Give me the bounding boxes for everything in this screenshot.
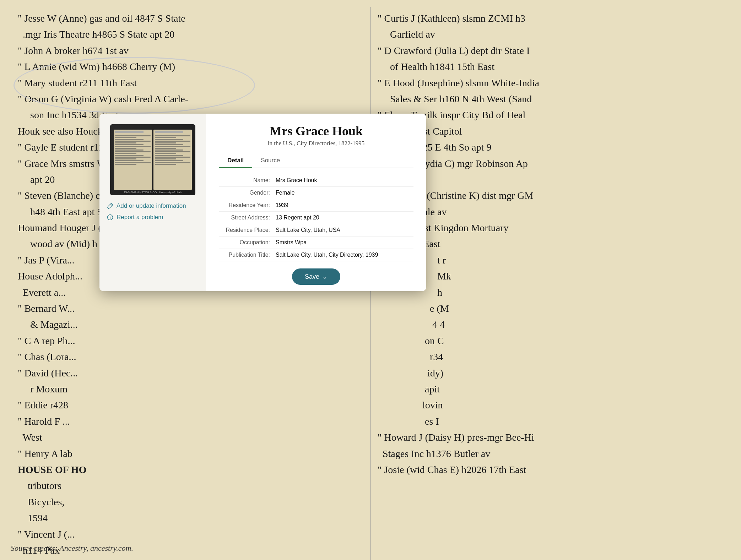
book-line xyxy=(155,164,176,165)
np-line: " Elmer T milk inspr City Bd of Heal xyxy=(378,107,723,123)
np-line: t r xyxy=(378,252,723,268)
record-thumbnail[interactable]: EASISMAN HATCH & CO. University of Utah xyxy=(110,124,195,195)
field-value-name: Mrs Grace Houk xyxy=(276,177,317,184)
book-right-page xyxy=(153,130,192,190)
np-line: apit xyxy=(378,381,723,397)
book-line xyxy=(115,164,136,165)
np-line: " Jesse W (Anne) gas and oil 4847 S Stat… xyxy=(18,11,363,26)
np-line: of Health h1841 15th East xyxy=(378,59,723,74)
save-button-container: Save ⌄ xyxy=(219,268,413,285)
np-line: Stages Inc h1376 Butler av xyxy=(378,446,723,461)
modal-left-panel: EASISMAN HATCH & CO. University of Utah … xyxy=(99,114,206,291)
np-line: " J Kenneth (Christine K) dist mgr GM xyxy=(378,188,723,203)
field-occupation: Occupation: Smstrs Wpa xyxy=(219,236,413,249)
modal-actions: Add or update information Report a probl… xyxy=(107,202,199,221)
book-header xyxy=(115,131,144,133)
book-line xyxy=(115,135,151,136)
modal-title: Mrs Grace Houk xyxy=(219,124,413,138)
book-pages xyxy=(114,130,192,190)
book-line xyxy=(115,149,144,151)
np-line: " D Crawford (Julia L) dept dir State I xyxy=(378,43,723,58)
np-line: " Howard J (Daisy H) pres-mgr Bee-Hi xyxy=(378,430,723,445)
book-left-page xyxy=(114,130,152,190)
field-value-residence-place: Salt Lake City, Utah, USA xyxy=(276,227,340,233)
book-line xyxy=(115,144,144,145)
book-line xyxy=(115,139,144,140)
book-line xyxy=(115,137,136,138)
np-line: on C xyxy=(378,333,723,348)
book-line xyxy=(155,148,176,149)
np-line: h xyxy=(378,285,723,300)
np-line: Garfield av xyxy=(378,27,723,42)
field-label-occupation: Occupation: xyxy=(219,239,276,246)
np-line: " E Hood (Josephine) slsmn White-India xyxy=(378,75,723,91)
book-line xyxy=(155,144,183,145)
np-line: idy) xyxy=(378,365,723,381)
np-line: " Josie (wid Chas E) h2026 17th East xyxy=(378,462,723,477)
np-line: Sales & Ser h160 N 4th West (Sand xyxy=(378,91,723,107)
thumbnail-label: EASISMAN HATCH & CO. University of Utah xyxy=(124,191,182,194)
np-line: 1594 xyxy=(18,510,363,526)
np-line: " David (Hec... xyxy=(18,365,363,381)
field-value-residence-year: 1939 xyxy=(276,202,288,208)
source-credits: Source credits: Ancestry, ancestry.com. xyxy=(11,544,133,553)
np-line: r255 2d East xyxy=(378,236,723,251)
field-value-gender: Female xyxy=(276,190,294,196)
np-line: HOUSE OF HO xyxy=(18,462,363,477)
report-problem-label: Report a problem xyxy=(117,214,163,221)
modal-right-panel: Mrs Grace Houk in the U.S., City Directo… xyxy=(206,114,426,291)
np-line: & Magazi... xyxy=(18,317,363,332)
field-publication-title: Publication Title: Salt Lake City, Utah,… xyxy=(219,249,413,261)
np-line: " Eddie r428 xyxy=(18,397,363,413)
field-gender: Gender: Female xyxy=(219,187,413,199)
np-line: " C A rep Ph... xyxy=(18,333,363,348)
np-line: " Orson G (Virginia W) cash Fred A Carle… xyxy=(18,91,363,107)
np-line: lovin xyxy=(378,397,723,413)
tab-detail[interactable]: Detail xyxy=(219,154,252,168)
tab-source[interactable]: Source xyxy=(252,154,288,168)
np-line: es I xyxy=(378,414,723,429)
field-street-address: Street Address: 13 Regent apt 20 xyxy=(219,212,413,224)
book-line xyxy=(115,155,144,156)
book-line xyxy=(115,141,151,142)
thumbnail-image xyxy=(110,124,195,195)
add-update-link[interactable]: Add or update information xyxy=(107,202,199,210)
book-line xyxy=(155,135,190,136)
np-line: " L Annie (wid Wm) h4668 Cherry (M) xyxy=(18,59,363,74)
np-line: " Curtis J (Kathleen) slsmn ZCMI h3 xyxy=(378,11,723,26)
book-line xyxy=(155,162,190,163)
np-line: tributors xyxy=(18,478,363,493)
np-line: e (M xyxy=(378,301,723,316)
np-line: " Henry A lab xyxy=(18,446,363,461)
np-line: r Moxum xyxy=(18,381,363,397)
pencil-icon xyxy=(107,202,114,210)
np-line: " Vincent J (... xyxy=(18,527,363,542)
report-problem-link[interactable]: Report a problem xyxy=(107,214,199,221)
field-label-name: Name: xyxy=(219,177,276,184)
field-value-publication-title: Salt Lake City, Utah, City Directory, 19… xyxy=(276,252,378,258)
np-line: h268 C xyxy=(378,172,723,187)
np-line: " John A broker h674 1st av xyxy=(18,43,363,58)
np-line: " Mary student r211 11th East xyxy=(18,75,363,91)
np-line: " Bernard W... xyxy=(18,301,363,316)
np-line: " Fred M (Lydia C) mgr Robinson Ap xyxy=(378,156,723,171)
book-line xyxy=(155,149,183,151)
np-line: .mgr Iris Theatre h4865 S State apt 20 xyxy=(18,27,363,42)
book-line xyxy=(155,153,176,154)
book-line xyxy=(155,146,190,147)
field-residence-year: Residence Year: 1939 xyxy=(219,199,413,212)
book-line xyxy=(115,157,151,158)
np-line: " Harold F ... xyxy=(18,414,363,429)
book-line xyxy=(115,142,136,143)
field-residence-place: Residence Place: Salt Lake City, Utah, U… xyxy=(219,224,413,236)
detail-fields: Name: Mrs Grace Houk Gender: Female Resi… xyxy=(219,174,413,261)
book-line xyxy=(115,158,136,159)
book-line xyxy=(115,153,136,154)
np-line: " Emma h325 E 4th So apt 9 xyxy=(378,140,723,155)
chevron-down-icon: ⌄ xyxy=(322,273,328,281)
save-label: Save xyxy=(305,273,319,281)
svg-point-2 xyxy=(110,216,110,217)
info-icon xyxy=(107,214,114,221)
save-button[interactable]: Save ⌄ xyxy=(292,268,340,285)
book-header xyxy=(155,131,183,133)
